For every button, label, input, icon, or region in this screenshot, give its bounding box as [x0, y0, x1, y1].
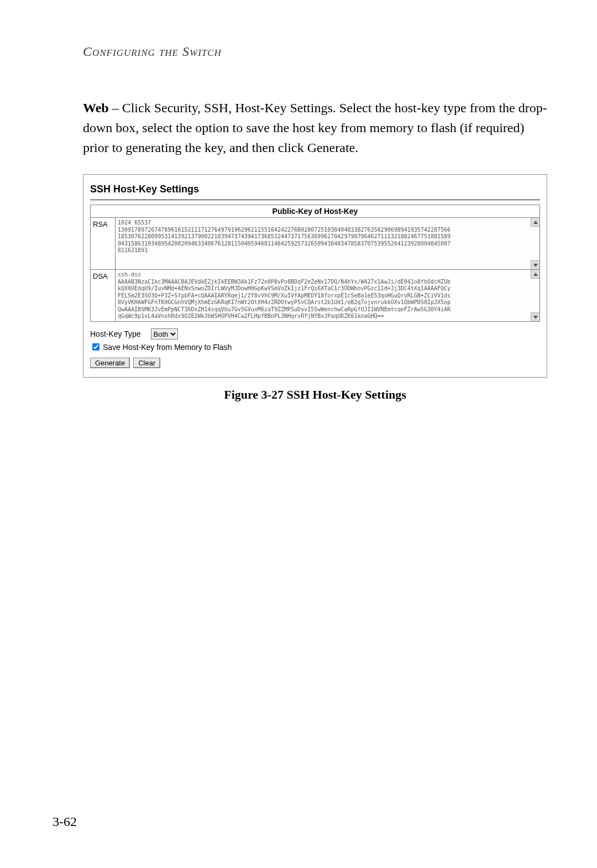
public-key-header: Public-Key of Host-Key	[90, 205, 540, 217]
row-value-rsa	[116, 218, 540, 270]
table-row: RSA	[91, 218, 540, 270]
ssh-hostkey-panel: SSH Host-Key Settings Public-Key of Host…	[83, 174, 547, 378]
hostkey-type-label: Host-Key Type	[90, 330, 141, 338]
panel-title: SSH Host-Key Settings	[90, 184, 540, 195]
clear-button[interactable]	[133, 358, 160, 368]
row-label-rsa: RSA	[91, 218, 116, 270]
scrollbar-down-icon[interactable]	[531, 312, 540, 321]
table-row: DSA	[91, 270, 540, 322]
row-label-dsa: DSA	[91, 270, 116, 322]
scrollbar-down-icon[interactable]	[531, 260, 540, 269]
save-to-flash-label: Save Host-Key from Memory to Flash	[103, 343, 232, 352]
divider	[90, 200, 540, 200]
controls: Host-Key Type Both Save Host-Key from Me…	[90, 328, 540, 368]
hostkey-type-select[interactable]: Both	[151, 328, 178, 339]
rsa-key-textarea[interactable]	[116, 218, 540, 268]
save-to-flash-checkbox[interactable]	[92, 343, 100, 351]
hostkey-table: RSA DSA	[90, 217, 540, 322]
page-number: 3-62	[53, 814, 77, 829]
row-value-dsa	[116, 270, 540, 322]
scrollbar-up-icon[interactable]	[531, 218, 540, 227]
generate-button[interactable]	[90, 358, 130, 368]
scrollbar-up-icon[interactable]	[531, 270, 540, 279]
page-header: Configuring the Switch	[83, 44, 547, 59]
figure-caption: Figure 3-27 SSH Host-Key Settings	[83, 388, 547, 402]
body-rest: – Click Security, SSH, Host-Key Settings…	[83, 101, 547, 155]
body-prefix: Web	[83, 101, 109, 115]
dsa-key-textarea[interactable]	[116, 270, 540, 320]
body-paragraph: Web – Click Security, SSH, Host-Key Sett…	[83, 98, 547, 158]
